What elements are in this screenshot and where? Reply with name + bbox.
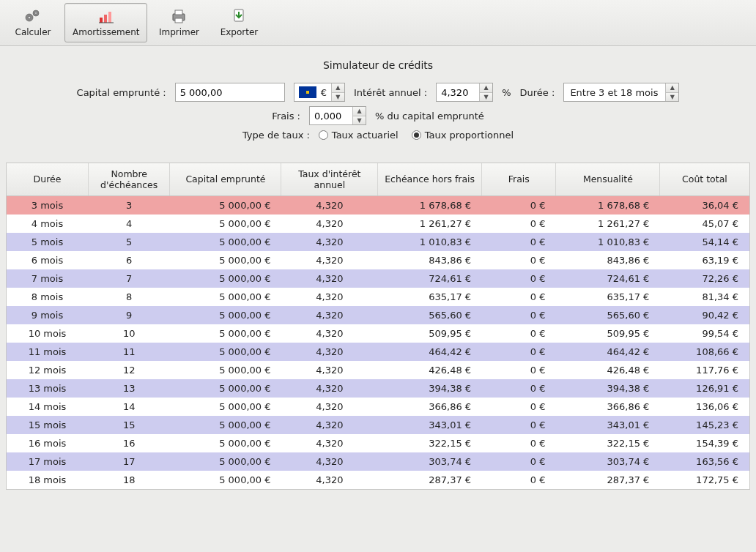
cell-mens: 565,60 € — [556, 306, 660, 324]
cell-cap: 5 000,00 € — [170, 306, 281, 324]
cell-taux: 4,320 — [281, 251, 378, 269]
fees-input[interactable] — [310, 107, 352, 124]
fees-spinner[interactable]: ▲ ▼ — [309, 106, 366, 125]
cell-cout: 126,91 € — [660, 379, 749, 398]
chevron-down-icon[interactable]: ▼ — [480, 92, 492, 102]
cell-mens: 509,95 € — [556, 324, 660, 343]
table-row[interactable]: 17 mois175 000,00 €4,320303,74 €0 €303,7… — [7, 452, 749, 471]
cell-duree: 11 mois — [7, 343, 88, 361]
table-row[interactable]: 16 mois165 000,00 €4,320322,15 €0 €322,1… — [7, 434, 749, 452]
cell-ech: 843,86 € — [378, 251, 482, 269]
exporter-button[interactable]: Exporter — [210, 3, 267, 42]
cell-duree: 4 mois — [7, 215, 88, 233]
cell-taux: 4,320 — [281, 471, 378, 489]
table-row[interactable]: 13 mois135 000,00 €4,320394,38 €0 €394,3… — [7, 379, 749, 398]
radio-icon — [412, 130, 421, 140]
col-header-cout[interactable]: Coût total — [660, 163, 749, 195]
currency-select[interactable]: € ▲ ▼ — [294, 83, 345, 102]
cell-nb: 7 — [88, 269, 169, 288]
table-row[interactable]: 15 mois155 000,00 €4,320343,01 €0 €343,0… — [7, 416, 749, 434]
table-row[interactable]: 4 mois45 000,00 €4,3201 261,27 €0 €1 261… — [7, 215, 749, 233]
interest-spinner[interactable]: ▲ ▼ — [436, 83, 493, 102]
table-row[interactable]: 11 mois115 000,00 €4,320464,42 €0 €464,4… — [7, 343, 749, 361]
cell-nb: 3 — [88, 195, 169, 215]
chevron-down-icon[interactable]: ▼ — [666, 92, 678, 102]
table-row[interactable]: 14 mois145 000,00 €4,320366,86 €0 €366,8… — [7, 398, 749, 416]
cell-frais: 0 € — [482, 215, 556, 233]
cell-frais: 0 € — [482, 288, 556, 306]
cell-cap: 5 000,00 € — [170, 269, 281, 288]
col-header-duree[interactable]: Durée — [7, 163, 88, 195]
col-header-frais[interactable]: Frais — [482, 163, 556, 195]
table-row[interactable]: 7 mois75 000,00 €4,320724,61 €0 €724,61 … — [7, 269, 749, 288]
cell-frais: 0 € — [482, 452, 556, 471]
cell-mens: 287,37 € — [556, 471, 660, 489]
svg-rect-9 — [175, 18, 182, 23]
cell-nb: 10 — [88, 324, 169, 343]
cell-mens: 464,42 € — [556, 343, 660, 361]
cell-cout: 36,04 € — [660, 195, 749, 215]
table-row[interactable]: 12 mois125 000,00 €4,320426,48 €0 €426,4… — [7, 361, 749, 379]
cell-mens: 322,15 € — [556, 434, 660, 452]
cell-cout: 81,34 € — [660, 288, 749, 306]
cell-taux: 4,320 — [281, 288, 378, 306]
chevron-down-icon[interactable]: ▼ — [332, 92, 344, 102]
rate-proportional-radio[interactable]: Taux proportionnel — [412, 130, 514, 141]
table-row[interactable]: 18 mois185 000,00 €4,320287,37 €0 €287,3… — [7, 471, 749, 489]
cell-ech: 426,48 € — [378, 361, 482, 379]
cell-ech: 366,86 € — [378, 398, 482, 416]
cell-nb: 5 — [88, 233, 169, 251]
table-row[interactable]: 9 mois95 000,00 €4,320565,60 €0 €565,60 … — [7, 306, 749, 324]
cell-mens: 1 678,68 € — [556, 195, 660, 215]
cell-cap: 5 000,00 € — [170, 379, 281, 398]
col-header-cap[interactable]: Capital emprunté — [170, 163, 281, 195]
cell-duree: 15 mois — [7, 416, 88, 434]
col-header-nb[interactable]: Nombre d'échéances — [88, 163, 169, 195]
cell-nb: 14 — [88, 398, 169, 416]
chevron-up-icon[interactable]: ▲ — [666, 83, 678, 92]
radio-label: Taux actuariel — [332, 130, 399, 141]
chevron-down-icon[interactable]: ▼ — [353, 116, 366, 125]
table-row[interactable]: 3 mois35 000,00 €4,3201 678,68 €0 €1 678… — [7, 195, 749, 215]
svg-rect-5 — [104, 15, 107, 23]
table-row[interactable]: 6 mois65 000,00 €4,320843,86 €0 €843,86 … — [7, 251, 749, 269]
rate-actuarial-radio[interactable]: Taux actuariel — [319, 130, 399, 141]
cell-ech: 303,74 € — [378, 452, 482, 471]
cell-mens: 366,86 € — [556, 398, 660, 416]
cell-cout: 54,14 € — [660, 233, 749, 251]
chevron-up-icon[interactable]: ▲ — [332, 83, 344, 92]
page-title: Simulateur de crédits — [0, 46, 756, 78]
chevron-up-icon[interactable]: ▲ — [353, 107, 366, 116]
cell-nb: 9 — [88, 306, 169, 324]
amortissement-button[interactable]: Amortissement — [64, 3, 147, 42]
cell-cout: 72,26 € — [660, 269, 749, 288]
capital-input[interactable] — [175, 83, 285, 102]
eu-flag-icon — [299, 86, 316, 98]
table-row[interactable]: 5 mois55 000,00 €4,3201 010,83 €0 €1 010… — [7, 233, 749, 251]
cell-nb: 4 — [88, 215, 169, 233]
duration-select[interactable]: Entre 3 et 18 mois ▲ ▼ — [563, 83, 679, 102]
cell-ech: 394,38 € — [378, 379, 482, 398]
interest-input[interactable] — [437, 83, 479, 101]
gears-icon — [23, 7, 43, 26]
cell-nb: 15 — [88, 416, 169, 434]
table-row[interactable]: 8 mois85 000,00 €4,320635,17 €0 €635,17 … — [7, 288, 749, 306]
cell-frais: 0 € — [482, 269, 556, 288]
cell-taux: 4,320 — [281, 379, 378, 398]
toolbar: Calculer Amortissement Imprimer — [0, 0, 756, 46]
cell-ech: 1 678,68 € — [378, 195, 482, 215]
col-header-mens[interactable]: Mensualité — [556, 163, 660, 195]
cell-taux: 4,320 — [281, 416, 378, 434]
cell-cap: 5 000,00 € — [170, 215, 281, 233]
calculer-button[interactable]: Calculer — [4, 3, 62, 42]
toolbar-label: Amortissement — [73, 27, 139, 37]
chevron-up-icon[interactable]: ▲ — [480, 83, 492, 92]
cell-frais: 0 € — [482, 324, 556, 343]
results-table: Durée Nombre d'échéances Capital emprunt… — [6, 163, 750, 490]
cell-cout: 99,54 € — [660, 324, 749, 343]
col-header-ech[interactable]: Echéance hors frais — [378, 163, 482, 195]
cell-frais: 0 € — [482, 233, 556, 251]
col-header-taux[interactable]: Taux d'intérêt annuel — [281, 163, 378, 195]
imprimer-button[interactable]: Imprimer — [150, 3, 207, 42]
table-row[interactable]: 10 mois105 000,00 €4,320509,95 €0 €509,9… — [7, 324, 749, 343]
